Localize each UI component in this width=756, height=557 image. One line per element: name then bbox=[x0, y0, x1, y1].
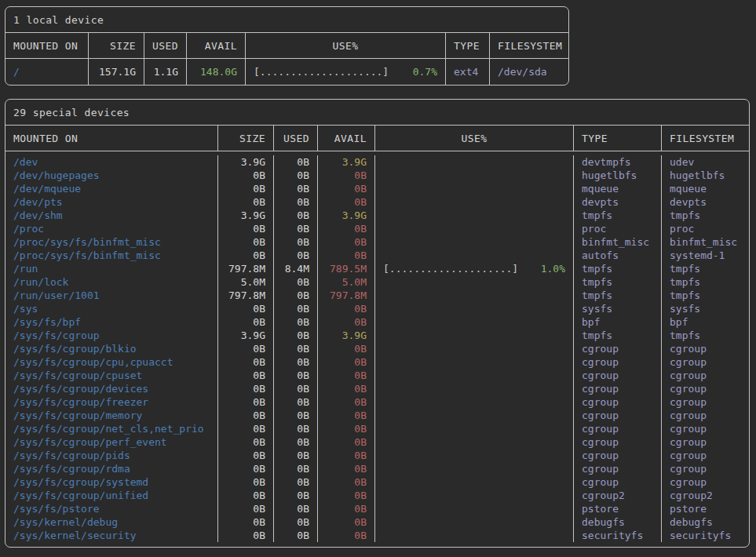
column-header-used: USED bbox=[144, 33, 186, 58]
avail-value: 0B bbox=[317, 249, 374, 262]
mount-point: /run/lock bbox=[5, 275, 217, 289]
usage-bar-cell bbox=[374, 275, 573, 289]
mount-point: /dev/shm bbox=[5, 209, 217, 222]
table-row: /sys/fs/cgroup/pids0B0B0Bcgroupcgroup bbox=[5, 449, 749, 462]
usage-bar-cell bbox=[374, 249, 573, 262]
table-row: /proc/sys/fs/binfmt_misc0B0B0Bautofssyst… bbox=[5, 249, 749, 262]
filesystem-device: cgroup bbox=[661, 435, 749, 449]
filesystem-device: cgroup bbox=[661, 462, 749, 475]
mount-point: /proc bbox=[5, 222, 217, 235]
used-value: 0B bbox=[273, 529, 317, 542]
avail-value: 3.9G bbox=[317, 329, 374, 342]
filesystem-device: pstore bbox=[661, 502, 749, 515]
used-value: 0B bbox=[273, 155, 317, 169]
mount-point: /sys/fs/cgroup bbox=[5, 329, 217, 342]
size-value: 0B bbox=[217, 302, 273, 315]
table-row: /dev/shm3.9G0B3.9Gtmpfstmpfs bbox=[5, 209, 749, 222]
size-value: 797.8M bbox=[217, 289, 273, 302]
table-row: /dev/mqueue0B0B0Bmqueuemqueue bbox=[5, 182, 749, 195]
column-header-fs: FILESYSTEM bbox=[661, 126, 749, 151]
usage-bar-cell bbox=[374, 155, 573, 169]
size-value: 3.9G bbox=[217, 155, 273, 169]
usage-bar-cell bbox=[374, 502, 573, 515]
mount-point: /sys/fs/cgroup/cpu,cpuacct bbox=[5, 355, 217, 369]
table-row: /sys/fs/cgroup/cpuset0B0B0Bcgroupcgroup bbox=[5, 369, 749, 382]
size-value: 0B bbox=[217, 489, 273, 502]
size-value: 157.1G bbox=[88, 59, 144, 85]
fs-type: cgroup bbox=[573, 462, 661, 475]
fs-type: pstore bbox=[573, 502, 661, 515]
used-value: 0B bbox=[273, 422, 317, 435]
mount-point: /sys/fs/cgroup/systemd bbox=[5, 475, 217, 489]
used-value: 0B bbox=[273, 475, 317, 489]
mount-point: /sys/kernel/security bbox=[5, 529, 217, 542]
size-value: 0B bbox=[217, 409, 273, 422]
table-body: /dev3.9G0B3.9Gdevtmpfsudev/dev/hugepages… bbox=[5, 151, 749, 547]
size-value: 5.0M bbox=[217, 275, 273, 289]
filesystem-device: cgroup bbox=[661, 342, 749, 355]
size-value: 0B bbox=[217, 529, 273, 542]
mount-point: / bbox=[5, 59, 88, 85]
usage-bar-cell bbox=[374, 369, 573, 382]
avail-value: 0B bbox=[317, 355, 374, 369]
size-value: 3.9G bbox=[217, 209, 273, 222]
used-value: 0B bbox=[273, 182, 317, 195]
size-value: 0B bbox=[217, 195, 273, 209]
used-value: 0B bbox=[273, 515, 317, 529]
table-row: /sys/fs/cgroup/systemd0B0B0Bcgroupcgroup bbox=[5, 475, 749, 489]
usage-bar-cell bbox=[374, 422, 573, 435]
used-value: 0B bbox=[273, 462, 317, 475]
table-header: MOUNTED ONSIZEUSEDAVAILUSE%TYPEFILESYSTE… bbox=[5, 32, 568, 59]
usage-bar-cell bbox=[374, 182, 573, 195]
table-row: /run797.8M8.4M789.5M[...................… bbox=[5, 262, 749, 275]
table-row: /sys/fs/pstore0B0B0Bpstorepstore bbox=[5, 502, 749, 515]
size-value: 797.8M bbox=[217, 262, 273, 275]
avail-value: 5.0M bbox=[317, 275, 374, 289]
avail-value: 0B bbox=[317, 422, 374, 435]
table-row: /sys/kernel/debug0B0B0Bdebugfsdebugfs bbox=[5, 515, 749, 529]
filesystem-device: debugfs bbox=[661, 515, 749, 529]
local-devices-table: 1 local device MOUNTED ONSIZEUSEDAVAILUS… bbox=[5, 6, 569, 86]
table-row: /sys/fs/bpf0B0B0Bbpfbpf bbox=[5, 315, 749, 329]
table-row: /sys/fs/cgroup3.9G0B3.9Gtmpfstmpfs bbox=[5, 329, 749, 342]
used-value: 0B bbox=[273, 449, 317, 462]
column-header-mount: MOUNTED ON bbox=[5, 126, 217, 151]
used-value: 0B bbox=[273, 222, 317, 235]
avail-value: 0B bbox=[317, 529, 374, 542]
fs-type: tmpfs bbox=[573, 262, 661, 275]
filesystem-device: cgroup bbox=[661, 449, 749, 462]
used-value: 0B bbox=[273, 249, 317, 262]
filesystem-device: tmpfs bbox=[661, 262, 749, 275]
avail-value: 0B bbox=[317, 502, 374, 515]
fs-type: ext4 bbox=[445, 59, 489, 85]
mount-point: /sys/fs/cgroup/rdma bbox=[5, 462, 217, 475]
mount-point: /sys/fs/cgroup/memory bbox=[5, 409, 217, 422]
table-title-special: 29 special devices bbox=[5, 100, 749, 125]
filesystem-device: udev bbox=[661, 155, 749, 169]
usage-bar-cell bbox=[374, 235, 573, 249]
column-header-size: SIZE bbox=[217, 126, 273, 151]
table-title-local: 1 local device bbox=[5, 7, 568, 32]
avail-value: 0B bbox=[317, 515, 374, 529]
usage-bar-cell bbox=[374, 329, 573, 342]
mount-point: /sys/fs/cgroup/cpuset bbox=[5, 369, 217, 382]
usage-bar-cell: [....................]1.0% bbox=[374, 262, 573, 275]
used-value: 0B bbox=[273, 489, 317, 502]
fs-type: devpts bbox=[573, 195, 661, 209]
fs-type: cgroup bbox=[573, 355, 661, 369]
used-value: 0B bbox=[273, 435, 317, 449]
used-value: 0B bbox=[273, 502, 317, 515]
avail-value: 0B bbox=[317, 315, 374, 329]
size-value: 0B bbox=[217, 355, 273, 369]
usage-bar: [....................] bbox=[254, 66, 389, 78]
table-row: /sys/fs/cgroup/blkio0B0B0Bcgroupcgroup bbox=[5, 342, 749, 355]
table-row: /sys/fs/cgroup/memory0B0B0Bcgroupcgroup bbox=[5, 409, 749, 422]
usage-bar-cell bbox=[374, 449, 573, 462]
table-header: MOUNTED ONSIZEUSEDAVAILUSE%TYPEFILESYSTE… bbox=[5, 125, 749, 151]
table-row: /proc/sys/fs/binfmt_misc0B0B0Bbinfmt_mis… bbox=[5, 235, 749, 249]
usage-bar-cell bbox=[374, 342, 573, 355]
table-row: /run/user/1001797.8M0B797.8Mtmpfstmpfs bbox=[5, 289, 749, 302]
usage-bar-cell bbox=[374, 529, 573, 542]
mount-point: /sys/fs/pstore bbox=[5, 502, 217, 515]
size-value: 0B bbox=[217, 449, 273, 462]
